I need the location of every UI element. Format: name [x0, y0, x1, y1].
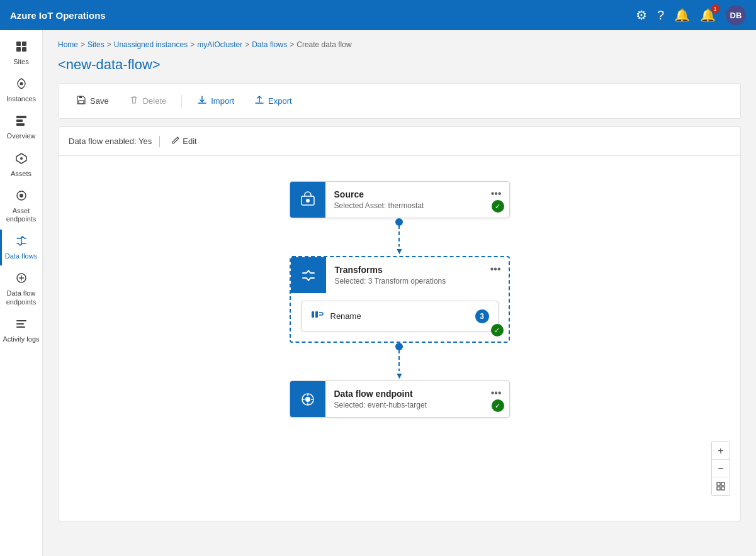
notifications-icon[interactable]: 🔔 1	[700, 8, 716, 23]
svg-rect-27	[717, 482, 720, 486]
assets-icon	[15, 152, 28, 168]
transforms-header: Transforms Selected: 3 Transform operati…	[291, 257, 509, 293]
import-label: Import	[211, 96, 234, 106]
breadcrumb-current: Create data flow	[296, 40, 351, 49]
svg-point-26	[305, 397, 310, 402]
main-layout: Sites Instances Overview Assets Asset en…	[0, 30, 756, 556]
sidebar: Sites Instances Overview Assets Asset en…	[0, 30, 43, 556]
svg-rect-18	[16, 326, 25, 328]
sidebar-item-data-flow-endpoints[interactable]: Data flow endpoints	[0, 267, 42, 311]
breadcrumb-data-flows[interactable]: Data flows	[252, 40, 287, 49]
transforms-icon	[291, 257, 326, 293]
svg-point-22	[306, 199, 310, 203]
sidebar-item-overview[interactable]: Overview	[0, 109, 42, 145]
rename-icon	[310, 308, 324, 325]
edit-icon	[171, 136, 180, 147]
svg-rect-29	[717, 487, 720, 490]
page-title: <new-data-flow>	[58, 57, 741, 73]
zoom-fit-button[interactable]	[712, 477, 730, 495]
endpoint-title: Data flow endpoint	[334, 389, 502, 399]
source-node[interactable]: Source Selected Asset: thermostat ••• ✓	[290, 181, 510, 218]
export-button[interactable]: Export	[247, 91, 300, 111]
zoom-out-button[interactable]: −	[712, 460, 730, 477]
transforms-node[interactable]: Transforms Selected: 3 Transform operati…	[290, 256, 510, 343]
save-label: Save	[90, 96, 109, 106]
sidebar-item-activity-logs[interactable]: Activity logs	[0, 313, 42, 348]
endpoint-body: Data flow endpoint Selected: event-hubs-…	[325, 381, 509, 417]
notification-badge: 1	[711, 4, 719, 13]
svg-rect-16	[16, 320, 26, 321]
flow-card: Data flow enabled: Yes Edit S	[58, 126, 741, 521]
breadcrumb-sites[interactable]: Sites	[87, 40, 104, 49]
delete-button[interactable]: Delete	[121, 91, 174, 111]
svg-point-4	[20, 82, 23, 86]
sidebar-item-assets[interactable]: Assets	[0, 147, 42, 183]
connector-2: ▼	[395, 343, 404, 381]
sidebar-item-asset-endpoints[interactable]: Asset endpoints	[0, 184, 42, 228]
overview-icon	[15, 114, 28, 130]
app-title: Azure IoT Operations	[10, 10, 636, 21]
flow-header: Data flow enabled: Yes Edit	[59, 127, 740, 156]
rename-label: Rename	[330, 311, 361, 321]
source-menu-button[interactable]: •••	[488, 187, 504, 201]
topnav: Azure IoT Operations ⚙ ? 🔔 🔔 1 DB	[0, 0, 756, 30]
sidebar-item-instances[interactable]: Instances	[0, 72, 42, 108]
sidebar-label-assets: Assets	[11, 170, 31, 178]
svg-point-9	[20, 157, 23, 160]
source-body: Source Selected Asset: thermostat	[325, 182, 509, 218]
breadcrumb-cluster[interactable]: myAIOcluster	[197, 40, 242, 49]
toolbar-divider	[181, 95, 182, 108]
svg-rect-24	[315, 311, 318, 318]
endpoint-menu-button[interactable]: •••	[488, 386, 504, 400]
sidebar-item-data-flows[interactable]: Data flows	[0, 230, 42, 265]
transforms-subtitle: Selected: 3 Transform operations	[335, 277, 501, 286]
save-button[interactable]: Save	[69, 91, 116, 111]
transforms-menu-button[interactable]: •••	[488, 262, 504, 276]
rename-badge: 3	[475, 309, 489, 323]
svg-rect-6	[16, 120, 23, 122]
alerts-icon[interactable]: 🔔	[674, 8, 690, 23]
sidebar-label-sites: Sites	[13, 58, 28, 66]
svg-rect-0	[16, 42, 21, 46]
export-icon	[254, 95, 264, 107]
sidebar-label-asset-endpoints: Asset endpoints	[3, 207, 40, 223]
svg-rect-28	[721, 482, 725, 486]
rename-button[interactable]: Rename 3	[301, 301, 499, 331]
source-subtitle: Selected Asset: thermostat	[334, 201, 502, 210]
sidebar-item-sites[interactable]: Sites	[0, 35, 42, 71]
svg-rect-5	[16, 116, 26, 118]
source-title: Source	[334, 189, 502, 199]
save-icon	[76, 95, 86, 107]
flow-edit-button[interactable]: Edit	[167, 135, 200, 148]
zoom-controls: + −	[711, 442, 730, 496]
import-button[interactable]: Import	[189, 91, 242, 111]
connector-line-2	[398, 350, 400, 371]
svg-point-11	[20, 194, 23, 197]
content-area: Home > Sites > Unassigned instances > my…	[43, 30, 756, 556]
data-flows-icon	[15, 235, 28, 250]
sidebar-label-data-flow-endpoints: Data flow endpoints	[3, 289, 40, 306]
user-avatar[interactable]: DB	[726, 5, 746, 25]
endpoint-icon	[290, 381, 325, 417]
sidebar-label-instances: Instances	[6, 95, 36, 103]
svg-rect-20	[79, 101, 84, 104]
endpoint-node[interactable]: Data flow endpoint Selected: event-hubs-…	[290, 381, 510, 418]
transforms-body: Transforms Selected: 3 Transform operati…	[326, 257, 509, 293]
breadcrumb-unassigned[interactable]: Unassigned instances	[114, 40, 188, 49]
import-icon	[197, 95, 207, 107]
topnav-icons: ⚙ ? 🔔 🔔 1 DB	[636, 5, 746, 25]
zoom-in-button[interactable]: +	[712, 442, 730, 460]
endpoint-subtitle: Selected: event-hubs-target	[334, 401, 502, 409]
activity-logs-icon	[15, 318, 28, 333]
toolbar-card: Save Delete Import Export	[58, 83, 741, 119]
settings-icon[interactable]: ⚙	[636, 8, 647, 23]
svg-rect-2	[16, 47, 21, 52]
svg-rect-1	[22, 42, 26, 46]
svg-rect-23	[312, 311, 314, 318]
flow-canvas: Source Selected Asset: thermostat ••• ✓ …	[59, 156, 740, 521]
connector-line-1	[398, 225, 400, 247]
source-check: ✓	[492, 200, 504, 213]
help-icon[interactable]: ?	[657, 8, 664, 23]
breadcrumb-home[interactable]: Home	[58, 40, 78, 49]
transforms-title: Transforms	[335, 265, 501, 275]
